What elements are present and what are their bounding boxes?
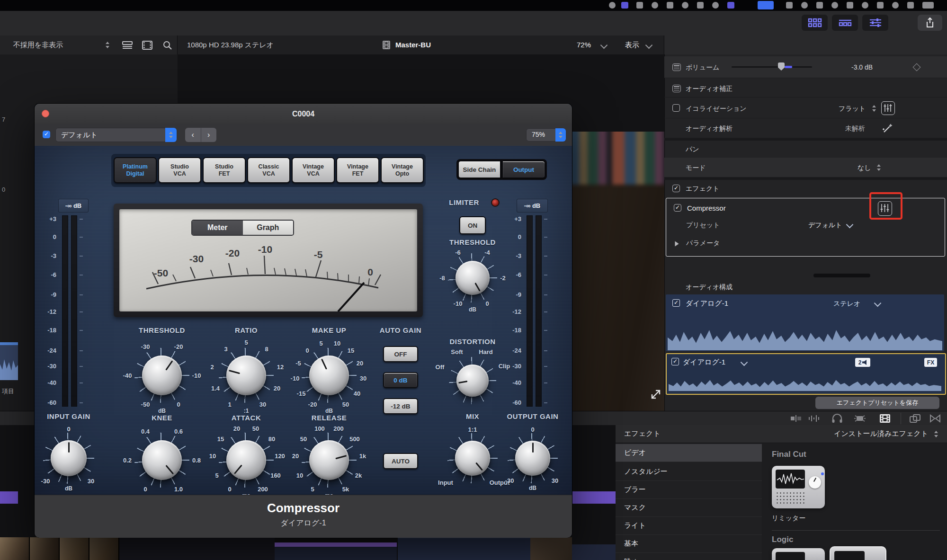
category-basic[interactable]: 基本	[616, 535, 762, 553]
zoom-chevron-icon[interactable]	[600, 42, 608, 49]
share-button[interactable]	[918, 15, 942, 31]
auto-gain-auto-button[interactable]: AUTO	[383, 453, 418, 469]
audio-clip-thumbnail[interactable]	[0, 345, 18, 380]
installed-sort-updown-icon[interactable]	[934, 431, 938, 437]
threshold-knob[interactable]	[142, 356, 182, 395]
volume-slider-thumb[interactable]	[778, 62, 785, 71]
keyframe-diamond-icon[interactable]	[913, 63, 921, 71]
menubar-status-icon[interactable]	[652, 2, 658, 9]
equalization-checkbox[interactable]	[672, 104, 680, 112]
model-platinum-digital[interactable]: PlatinumDigital	[114, 157, 157, 183]
search-icon[interactable]	[163, 41, 172, 50]
previous-preset-button[interactable]: ‹	[185, 128, 201, 142]
menubar-active-app-icon[interactable]	[758, 1, 774, 9]
menubar-status-icon[interactable]	[786, 2, 793, 9]
category-light[interactable]: ライト	[616, 517, 762, 535]
list-view-icon[interactable]	[122, 41, 133, 49]
auto-gain-minus12db-button[interactable]: -12 dB	[383, 398, 418, 414]
menubar-status-icon[interactable]	[892, 2, 899, 9]
release-knob[interactable]	[309, 440, 349, 480]
video-clip-thumbnail[interactable]	[89, 537, 119, 560]
filter-updown-icon[interactable]	[105, 42, 110, 48]
compressor-checkbox[interactable]: ✓	[674, 204, 681, 212]
timeline-audio-clip[interactable]	[398, 537, 530, 560]
view-menu-chevron-icon[interactable]	[645, 42, 653, 49]
fade-handles-icon[interactable]	[790, 414, 802, 423]
logic-effect-thumbnail[interactable]	[772, 548, 825, 560]
animation-menu-icon[interactable]	[672, 63, 681, 71]
animation-menu-icon[interactable]	[672, 85, 681, 92]
project-name[interactable]: Master-BU	[395, 41, 431, 49]
menubar-status-icon[interactable]	[609, 2, 616, 9]
limiter-effect-name[interactable]: リミッター	[772, 514, 805, 523]
pan-mode-updown-icon[interactable]	[876, 164, 881, 171]
auto-gain-off-button[interactable]: OFF	[383, 346, 418, 362]
timeline-title-clip-fragment[interactable]	[572, 491, 616, 504]
channel-chevron-icon[interactable]	[874, 300, 882, 307]
menubar-status-icon[interactable]	[816, 2, 823, 9]
timeline-title-clip-fragment[interactable]	[0, 491, 18, 504]
menubar-status-icon[interactable]	[801, 2, 808, 9]
menubar-status-icon[interactable]	[712, 2, 719, 9]
close-window-button[interactable]	[42, 110, 49, 117]
model-classic-vca[interactable]: ClassicVCA	[247, 157, 290, 183]
viewer-zoom-level[interactable]: 72%	[577, 41, 591, 49]
view-menu[interactable]: 表示	[625, 41, 639, 50]
timeline-title-bar[interactable]	[275, 542, 397, 547]
menubar-status-icon[interactable]	[667, 2, 673, 9]
auto-gain-0db-button[interactable]: 0 dB	[383, 372, 418, 388]
meter-tab[interactable]: Meter	[192, 221, 243, 235]
menubar-status-icon[interactable]	[922, 2, 934, 9]
component-checkbox[interactable]: ✓	[671, 358, 679, 365]
next-preset-button[interactable]: ›	[201, 128, 217, 142]
mix-knob[interactable]	[455, 441, 490, 476]
video-clip-thumbnail[interactable]	[60, 537, 89, 560]
filmstrip-icon[interactable]	[879, 413, 891, 424]
ratio-knob[interactable]	[226, 356, 266, 395]
parameters-label[interactable]: パラメータ	[686, 239, 720, 248]
menubar-status-icon[interactable]	[862, 2, 868, 9]
video-clip-thumbnail[interactable]	[530, 537, 572, 560]
timeline-audio-clip[interactable]	[275, 547, 397, 560]
transition-icon[interactable]	[929, 414, 941, 423]
effect-enabled-checkbox[interactable]: ✓	[43, 131, 50, 138]
menubar-status-icon[interactable]	[621, 2, 628, 9]
list-view-button[interactable]	[832, 15, 858, 31]
category-view[interactable]: 眺め	[616, 553, 762, 560]
volume-value[interactable]: -3.0 dB	[851, 63, 873, 71]
menubar-status-icon[interactable]	[697, 2, 704, 9]
compressor-effect-name[interactable]: Compressor	[687, 204, 726, 212]
video-clip-thumbnail[interactable]	[0, 537, 30, 560]
audio-waveform-icon[interactable]	[808, 414, 820, 423]
model-vintage-opto[interactable]: VintageOpto	[381, 157, 424, 183]
zoom-stepper-buttons[interactable]	[555, 128, 566, 142]
category-mask[interactable]: マスク	[616, 499, 762, 517]
overlapping-squares-icon[interactable]	[909, 414, 921, 423]
volume-slider[interactable]	[732, 66, 812, 68]
attack-knob[interactable]	[226, 440, 266, 480]
clip-skimming-icon[interactable]	[853, 414, 867, 423]
magic-wand-icon[interactable]	[881, 123, 893, 135]
category-video[interactable]: ビデオ	[616, 444, 762, 462]
window-titlebar[interactable]: C0004	[35, 104, 572, 124]
model-studio-vca[interactable]: StudioVCA	[158, 157, 201, 183]
equalizer-icon[interactable]	[881, 101, 895, 115]
menubar-status-icon[interactable]	[907, 2, 914, 9]
inspector-toggle-button[interactable]	[862, 15, 888, 31]
plugin-zoom-stepper[interactable]: 75%	[526, 128, 566, 142]
grid-view-button[interactable]	[802, 15, 828, 31]
side-chain-tab[interactable]: Side Chain	[458, 160, 501, 178]
model-studio-fet[interactable]: StudioFET	[203, 157, 246, 183]
menubar-status-icon[interactable]	[847, 2, 853, 9]
equalization-value[interactable]: フラット	[839, 105, 866, 113]
role-channel-config[interactable]: ステレオ	[833, 300, 860, 308]
distortion-knob[interactable]	[456, 364, 489, 397]
menubar-status-icon[interactable]	[727, 2, 734, 9]
video-clip-thumbnail[interactable]	[30, 537, 60, 560]
input-gain-knob[interactable]	[51, 440, 87, 476]
panel-resize-handle[interactable]	[813, 274, 870, 277]
role-checkbox[interactable]: ✓	[672, 299, 680, 307]
menubar-status-icon[interactable]	[877, 2, 884, 9]
model-vintage-vca[interactable]: VintageVCA	[292, 157, 335, 183]
equalization-updown-icon[interactable]	[872, 105, 876, 112]
